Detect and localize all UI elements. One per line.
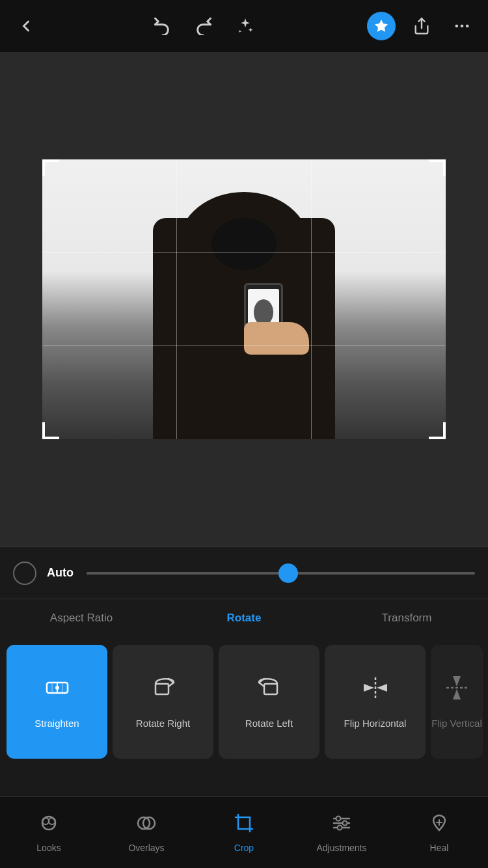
auto-label: Auto xyxy=(47,566,74,580)
straighten-icon xyxy=(43,673,72,708)
svg-point-2 xyxy=(461,25,464,28)
nav-adjustments[interactable]: Adjustments xyxy=(293,812,390,853)
nav-crop[interactable]: Crop xyxy=(195,812,293,853)
top-toolbar xyxy=(0,0,488,52)
nav-heal[interactable]: Heal xyxy=(390,812,488,853)
auto-circle xyxy=(13,562,36,585)
svg-point-3 xyxy=(466,25,469,28)
svg-point-28 xyxy=(338,826,342,830)
share-button[interactable] xyxy=(407,12,436,40)
overlays-icon xyxy=(135,812,157,839)
svg-point-8 xyxy=(55,686,59,690)
option-rotate-left[interactable]: Rotate Left xyxy=(219,645,319,759)
svg-marker-15 xyxy=(453,676,461,686)
heal-label: Heal xyxy=(430,843,449,853)
slider-fill xyxy=(87,572,288,575)
rotate-right-icon xyxy=(149,673,178,708)
more-button[interactable] xyxy=(448,12,476,40)
star-button[interactable] xyxy=(367,12,396,40)
back-button[interactable] xyxy=(12,12,40,40)
option-flip-vertical[interactable]: Flip Vertical xyxy=(431,645,483,759)
svg-marker-12 xyxy=(364,684,374,692)
overlays-label: Overlays xyxy=(128,843,164,853)
flip-vertical-icon xyxy=(442,673,471,708)
crop-grid xyxy=(42,159,446,439)
slider-thumb[interactable] xyxy=(278,563,298,583)
slider-area: Auto xyxy=(0,547,488,599)
svg-point-27 xyxy=(343,821,347,826)
rotate-left-icon xyxy=(255,673,284,708)
grid-line-v1 xyxy=(176,159,177,439)
option-straighten[interactable]: Straighten xyxy=(7,645,107,759)
crop-overlay xyxy=(42,159,446,439)
looks-label: Looks xyxy=(36,843,61,853)
nav-looks[interactable]: Looks xyxy=(0,812,98,853)
flip-horizontal-label: Flip Horizontal xyxy=(344,717,407,730)
svg-rect-9 xyxy=(156,684,169,694)
straighten-label: Straighten xyxy=(34,717,79,730)
adjustments-label: Adjustments xyxy=(316,843,366,853)
heal-icon xyxy=(428,812,450,839)
svg-rect-10 xyxy=(264,684,277,694)
svg-point-1 xyxy=(455,25,459,28)
option-rotate-right[interactable]: Rotate Right xyxy=(113,645,213,759)
svg-rect-22 xyxy=(238,817,250,829)
photo-container xyxy=(42,159,446,439)
rotate-left-label: Rotate Left xyxy=(245,717,293,730)
crop-icon xyxy=(233,812,255,839)
angle-slider[interactable] xyxy=(87,572,475,575)
nav-overlays[interactable]: Overlays xyxy=(98,812,195,853)
crop-label: Crop xyxy=(234,843,254,853)
image-area xyxy=(0,52,488,547)
rotate-options-row: Straighten Rotate Right Rotate Left xyxy=(0,636,488,766)
tab-transform[interactable]: Transform xyxy=(325,599,488,636)
tab-rotate[interactable]: Rotate xyxy=(163,599,325,636)
tab-aspect-ratio[interactable]: Aspect Ratio xyxy=(0,599,163,636)
svg-point-26 xyxy=(336,817,341,821)
grid-line-h2 xyxy=(42,346,446,346)
flip-horizontal-icon xyxy=(361,673,390,708)
svg-marker-13 xyxy=(377,684,387,692)
undo-button[interactable] xyxy=(148,12,176,40)
grid-line-h1 xyxy=(42,252,446,253)
svg-marker-16 xyxy=(453,689,461,699)
rotate-right-label: Rotate Right xyxy=(136,717,190,730)
bottom-nav: Looks Overlays Crop xyxy=(0,796,488,868)
looks-icon xyxy=(38,812,60,839)
flip-vertical-label: Flip Vertical xyxy=(431,717,482,730)
option-flip-horizontal[interactable]: Flip Horizontal xyxy=(325,645,426,759)
auto-enhance-button[interactable] xyxy=(231,12,260,40)
grid-line-v2 xyxy=(311,159,312,439)
adjustments-icon xyxy=(331,812,353,839)
redo-button[interactable] xyxy=(189,12,218,40)
tabs-row: Aspect Ratio Rotate Transform xyxy=(0,599,488,636)
